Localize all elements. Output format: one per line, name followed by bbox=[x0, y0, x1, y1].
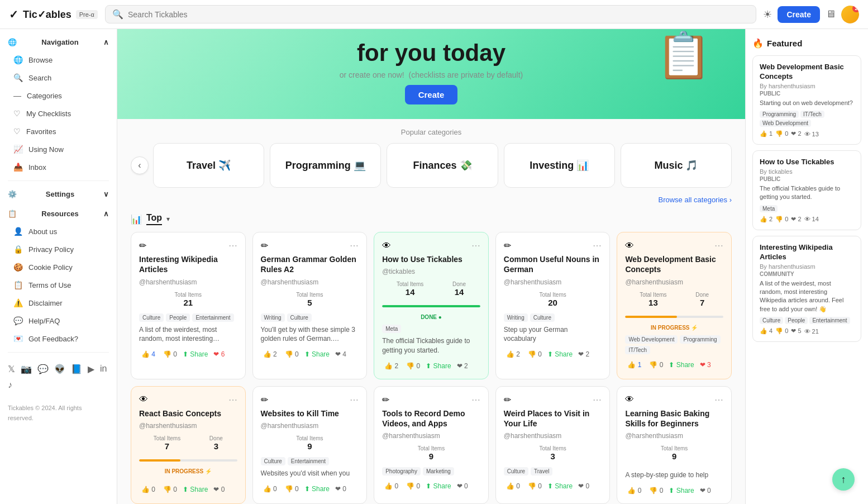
facebook-icon[interactable]: 📘 bbox=[71, 364, 82, 374]
heart-button[interactable]: ❤ 0 bbox=[455, 481, 470, 491]
nav-section-header[interactable]: 🌐 Navigation ∧ bbox=[0, 34, 117, 51]
share-button[interactable]: ⬆ Share bbox=[547, 350, 573, 358]
top-sort-dropdown[interactable]: ▾ bbox=[166, 215, 170, 223]
dislike-button[interactable]: 👎 0 bbox=[283, 349, 301, 359]
card-menu-button[interactable]: ⋯ bbox=[350, 240, 359, 251]
category-card-programming[interactable]: Programming 💻 bbox=[270, 143, 381, 188]
dislike-button[interactable]: 👎 0 bbox=[526, 481, 544, 491]
settings-header[interactable]: ⚙️ Settings ∨ bbox=[0, 186, 117, 203]
featured-like[interactable]: 👍 1 bbox=[760, 130, 772, 137]
like-button[interactable]: 👍 2 bbox=[504, 349, 522, 359]
user-avatar[interactable]: 2 bbox=[841, 6, 859, 23]
reddit-icon[interactable]: 👽 bbox=[54, 364, 65, 374]
dislike-button[interactable]: 👎 0 bbox=[526, 349, 544, 359]
hero-create-button[interactable]: Create bbox=[405, 85, 458, 104]
linkedin-icon[interactable]: in bbox=[100, 364, 107, 374]
tiktok-icon[interactable]: ♪ bbox=[8, 380, 12, 390]
heart-button[interactable]: ❤ 2 bbox=[576, 349, 592, 359]
sidebar-item-about[interactable]: 👤 About us bbox=[0, 222, 117, 240]
like-button[interactable]: 👍 2 bbox=[382, 361, 400, 371]
like-button[interactable]: 👍 0 bbox=[139, 484, 158, 495]
featured-card[interactable]: How to Use Tickables By tickables PUBLIC… bbox=[752, 150, 861, 230]
dislike-button[interactable]: 👎 0 bbox=[404, 361, 422, 371]
checklist-card[interactable]: 👁 ⋯ How to Use Tickables @tickables Tota… bbox=[374, 232, 489, 379]
sidebar-item-feedback[interactable]: 💌 Got Feedback? bbox=[0, 330, 117, 348]
sidebar-item-disclaimer[interactable]: ⚠️ Disclaimer bbox=[0, 294, 117, 312]
sidebar-item-search[interactable]: 🔍 Search bbox=[0, 69, 117, 87]
like-button[interactable]: 👍 4 bbox=[139, 349, 158, 359]
heart-button[interactable]: ❤ 4 bbox=[333, 349, 349, 359]
like-button[interactable]: 👍 0 bbox=[382, 481, 400, 491]
featured-card[interactable]: Web Development Basic Concepts By harshe… bbox=[752, 55, 861, 145]
header-create-button[interactable]: Create bbox=[778, 6, 820, 23]
heart-button[interactable]: ❤ 2 bbox=[455, 361, 470, 371]
checklist-card[interactable]: ✏ ⋯ Tools to Record Demo Videos, and App… bbox=[374, 386, 489, 504]
checklist-card[interactable]: ✏ ⋯ German Grammar Golden Rules A2 @hars… bbox=[252, 232, 368, 379]
sidebar-item-favorites[interactable]: ♡ Favorites bbox=[0, 122, 117, 140]
card-menu-button[interactable]: ⋯ bbox=[471, 394, 480, 405]
checklist-card[interactable]: 👁 ⋯ React Basic Concepts @harshenthusias… bbox=[131, 386, 246, 504]
theme-toggle-icon[interactable]: ☀ bbox=[763, 8, 772, 21]
featured-save[interactable]: ❤ 5 bbox=[791, 327, 801, 335]
checklist-card[interactable]: 👁 ⋯ Learning Basic Baking Skills for Beg… bbox=[617, 386, 732, 504]
share-button[interactable]: ⬆ Share bbox=[183, 486, 208, 493]
featured-save[interactable]: ❤ 2 bbox=[791, 216, 801, 223]
category-card-travel[interactable]: Travel ✈️ bbox=[153, 143, 264, 188]
discord-icon[interactable]: 💬 bbox=[37, 364, 49, 374]
checklist-card[interactable]: 👁 ⋯ Web Development Basic Concepts @hars… bbox=[617, 232, 732, 379]
share-button[interactable]: ⬆ Share bbox=[304, 350, 330, 358]
share-button[interactable]: ⬆ Share bbox=[669, 487, 694, 495]
featured-like[interactable]: 👍 2 bbox=[760, 216, 772, 223]
heart-button[interactable]: ❤ 3 bbox=[698, 360, 713, 370]
featured-dislike[interactable]: 👎 0 bbox=[775, 216, 788, 223]
checklist-card[interactable]: ✏ ⋯ Weird Places to Visit in Your Life @… bbox=[495, 386, 611, 504]
search-bar[interactable]: 🔍 bbox=[105, 5, 756, 23]
card-menu-button[interactable]: ⋯ bbox=[228, 240, 237, 251]
sidebar-item-privacy[interactable]: 🔒 Privacy Policy bbox=[0, 240, 117, 258]
featured-dislike[interactable]: 👎 0 bbox=[775, 327, 788, 335]
carousel-prev-button[interactable]: ‹ bbox=[131, 156, 149, 174]
browse-all-link[interactable]: Browse all categories › bbox=[117, 192, 745, 208]
checklist-card[interactable]: ✏ ⋯ Websites to Kill Time @harshenthusia… bbox=[252, 386, 368, 504]
share-button[interactable]: ⬆ Share bbox=[183, 350, 208, 358]
category-card-music[interactable]: Music 🎵 bbox=[621, 143, 732, 188]
like-button[interactable]: 👍 2 bbox=[261, 349, 279, 359]
heart-button[interactable]: ❤ 0 bbox=[211, 484, 227, 495]
card-menu-button[interactable]: ⋯ bbox=[593, 240, 602, 251]
dislike-button[interactable]: 👎 0 bbox=[161, 484, 179, 495]
share-button[interactable]: ⬆ Share bbox=[426, 362, 451, 370]
featured-card[interactable]: Interesting Wikipedia Articles By harshe… bbox=[752, 236, 861, 342]
youtube-icon[interactable]: ▶ bbox=[88, 364, 94, 374]
card-menu-button[interactable]: ⋯ bbox=[228, 394, 237, 405]
heart-button[interactable]: ❤ 0 bbox=[698, 486, 713, 496]
share-button[interactable]: ⬆ Share bbox=[426, 482, 451, 490]
featured-dislike[interactable]: 👎 0 bbox=[775, 130, 788, 137]
dislike-button[interactable]: 👎 0 bbox=[404, 481, 422, 491]
share-button[interactable]: ⬆ Share bbox=[669, 361, 694, 369]
checklist-card[interactable]: ✏ ⋯ Interesting Wikipedia Articles @hars… bbox=[131, 232, 246, 379]
heart-button[interactable]: ❤ 0 bbox=[333, 484, 349, 494]
scroll-top-button[interactable]: ↑ bbox=[832, 468, 855, 491]
dislike-button[interactable]: 👎 0 bbox=[647, 360, 665, 370]
like-button[interactable]: 👍 0 bbox=[504, 481, 522, 491]
heart-button[interactable]: ❤ 0 bbox=[576, 481, 592, 491]
instagram-icon[interactable]: 📷 bbox=[21, 364, 32, 374]
card-menu-button[interactable]: ⋯ bbox=[593, 394, 602, 405]
twitter-icon[interactable]: 𝕏 bbox=[8, 364, 15, 374]
checklist-card[interactable]: ✏ ⋯ Common Useful Nouns in German @harsh… bbox=[495, 232, 611, 379]
category-card-finances[interactable]: Finances 💸 bbox=[387, 143, 498, 188]
like-button[interactable]: 👍 0 bbox=[261, 484, 279, 494]
search-input[interactable] bbox=[128, 10, 749, 19]
card-menu-button[interactable]: ⋯ bbox=[471, 240, 480, 251]
card-menu-button[interactable]: ⋯ bbox=[714, 240, 723, 251]
featured-like[interactable]: 👍 4 bbox=[760, 327, 772, 335]
heart-button[interactable]: ❤ 6 bbox=[211, 349, 227, 359]
featured-save[interactable]: ❤ 2 bbox=[791, 130, 801, 137]
desktop-icon[interactable]: 🖥 bbox=[826, 8, 836, 20]
card-menu-button[interactable]: ⋯ bbox=[350, 394, 359, 405]
share-button[interactable]: ⬆ Share bbox=[304, 485, 330, 493]
card-menu-button[interactable]: ⋯ bbox=[714, 394, 723, 405]
dislike-button[interactable]: 👎 0 bbox=[647, 486, 665, 496]
like-button[interactable]: 👍 0 bbox=[625, 486, 643, 496]
sidebar-item-terms[interactable]: 📋 Terms of Use bbox=[0, 276, 117, 294]
